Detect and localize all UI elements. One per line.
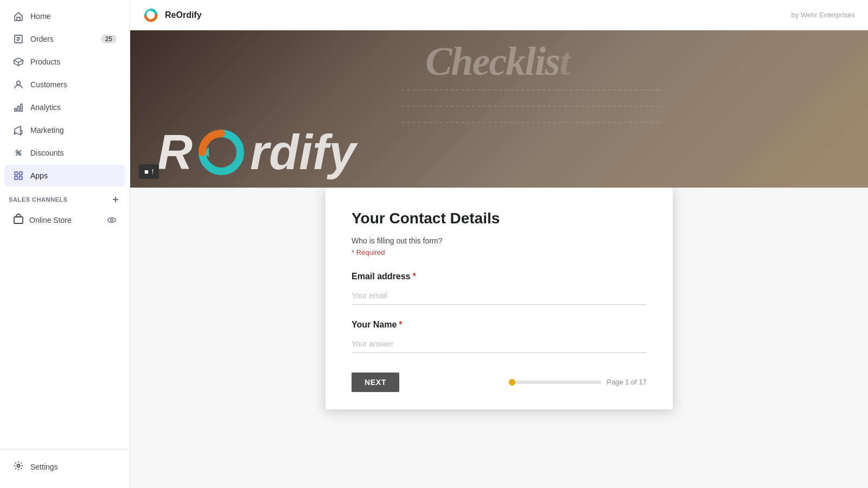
contact-details-modal: Your Contact Details Who is filling out … [326, 188, 673, 409]
sales-channels-label: SALES CHANNELS [9, 196, 68, 203]
svg-point-1 [17, 81, 21, 85]
svg-rect-7 [15, 172, 18, 175]
orders-badge: 25 [101, 35, 117, 43]
svg-point-5 [16, 151, 18, 153]
svg-point-14 [108, 217, 116, 222]
orders-icon [13, 34, 24, 44]
svg-rect-4 [21, 104, 22, 111]
sidebar-item-apps[interactable]: Apps [4, 165, 125, 187]
discounts-icon [13, 147, 24, 158]
sidebar-item-products[interactable]: Products [4, 51, 125, 73]
progress-area: Page 1 of 17 [509, 378, 647, 386]
topbar-by-label: by Wehr Enterprises [791, 11, 855, 19]
sidebar-item-products-label: Products [30, 57, 60, 66]
content-area: Your Contact Details Who is filling out … [130, 188, 868, 488]
modal-overlay: Your Contact Details Who is filling out … [130, 188, 868, 488]
feedback-icon: ■ [144, 168, 149, 176]
sidebar-item-analytics-label: Analytics [30, 103, 61, 112]
analytics-icon [13, 102, 24, 113]
settings-icon [13, 460, 24, 473]
sidebar-item-home[interactable]: Home [4, 5, 125, 27]
name-required-star: * [399, 320, 402, 330]
feedback-button[interactable]: ■ ! [139, 164, 159, 179]
sidebar-item-marketing[interactable]: Marketing [4, 119, 125, 141]
sidebar-item-customers[interactable]: Customers [4, 74, 125, 95]
name-input[interactable] [352, 335, 647, 353]
marketing-icon [13, 125, 24, 136]
sidebar-item-apps-label: Apps [30, 171, 48, 180]
add-sales-channel-button[interactable] [110, 194, 121, 205]
modal-title: Your Contact Details [352, 209, 647, 228]
sidebar-item-orders-label: Orders [30, 35, 54, 43]
home-icon [13, 11, 24, 22]
sidebar-item-settings[interactable]: Settings [4, 455, 125, 478]
hero-deco-lines [401, 74, 673, 139]
sidebar-item-customers-label: Customers [30, 80, 67, 89]
email-field-group: Email address * [352, 272, 647, 305]
email-required-star: * [413, 272, 416, 281]
online-store-visibility-icon[interactable] [107, 215, 117, 225]
page-indicator: Page 1 of 17 [607, 378, 647, 386]
svg-rect-8 [20, 172, 23, 175]
svg-rect-13 [14, 217, 23, 223]
online-store-label: Online Store [29, 216, 72, 224]
sidebar-item-home-label: Home [30, 12, 50, 21]
svg-point-6 [19, 153, 21, 156]
topbar-title: ReOrdify [165, 10, 202, 20]
logo [143, 8, 158, 23]
svg-point-16 [17, 465, 20, 467]
sidebar: Home Orders 25 Products Customers [0, 0, 130, 488]
email-input[interactable] [352, 287, 647, 305]
modal-footer: NEXT Page 1 of 17 [352, 368, 647, 392]
main-content: ReOrdify by Wehr Enterprises Checklist R [130, 0, 868, 488]
hero-arrow-icon [197, 128, 246, 177]
email-field-label: Email address * [352, 272, 647, 281]
products-icon [13, 56, 24, 67]
svg-rect-3 [18, 106, 20, 111]
sidebar-item-analytics[interactable]: Analytics [4, 97, 125, 118]
name-field-label: Your Name * [352, 320, 647, 330]
sidebar-item-discounts[interactable]: Discounts [4, 142, 125, 164]
modal-subtitle: Who is filling out this form? [352, 236, 647, 245]
sidebar-item-marketing-label: Marketing [30, 126, 63, 134]
name-field-group: Your Name * [352, 320, 647, 353]
required-note: * Required [352, 248, 647, 256]
svg-rect-10 [20, 177, 23, 180]
topbar: ReOrdify by Wehr Enterprises [130, 0, 868, 30]
svg-rect-9 [15, 177, 18, 180]
sidebar-item-discounts-label: Discounts [30, 149, 63, 157]
sales-channels-section: SALES CHANNELS [0, 188, 130, 207]
sidebar-bottom: Settings [0, 449, 130, 488]
hero-logo-area: R rdify [157, 128, 356, 177]
apps-icon [13, 170, 24, 181]
sidebar-nav: Home Orders 25 Products Customers [0, 0, 130, 449]
sidebar-item-online-store[interactable]: Online Store [4, 208, 125, 232]
next-button[interactable]: NEXT [352, 373, 399, 392]
hero-banner: Checklist R rdify ■ ! [130, 30, 868, 188]
svg-point-15 [111, 219, 113, 221]
progress-dot [509, 379, 515, 386]
online-store-icon [13, 214, 24, 226]
settings-label: Settings [30, 463, 58, 471]
sidebar-item-orders[interactable]: Orders 25 [4, 28, 125, 50]
customers-icon [13, 79, 24, 90]
progress-bar [509, 381, 601, 384]
svg-rect-2 [15, 108, 16, 111]
